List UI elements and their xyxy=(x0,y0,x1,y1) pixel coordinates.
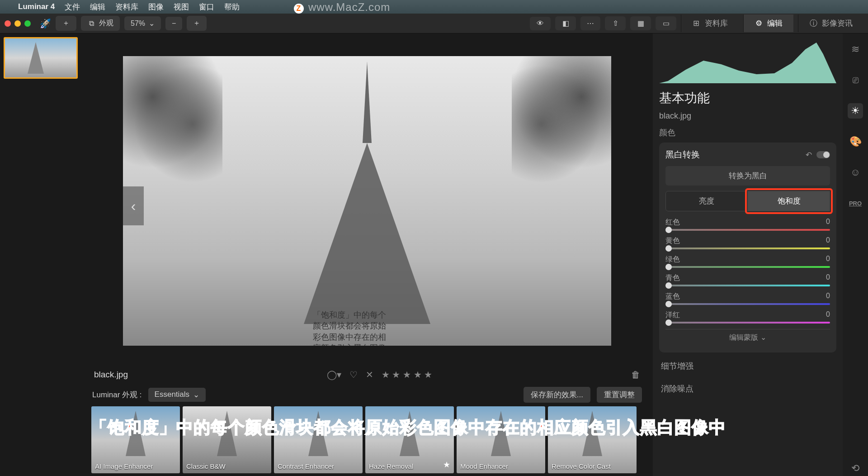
ellipsis-button[interactable]: ⋯ xyxy=(580,16,600,30)
edit-mask-button[interactable]: 编辑蒙版 ⌄ xyxy=(665,329,830,346)
tab-library[interactable]: ⊞资料库 xyxy=(681,14,739,32)
slider-value: 0 xyxy=(826,310,830,320)
share-button[interactable]: ⇧ xyxy=(605,16,626,30)
creative-icon[interactable]: 🎨 xyxy=(848,134,863,149)
minimize-icon[interactable] xyxy=(14,20,21,27)
share-icon: ⇧ xyxy=(611,19,619,28)
app-name[interactable]: Luminar 4 xyxy=(18,2,55,11)
menu-library[interactable]: 资料库 xyxy=(115,2,138,12)
zoom-in-button[interactable]: ＋ xyxy=(187,16,207,31)
image-decoration xyxy=(512,56,611,192)
layers-icon[interactable]: ≋ xyxy=(848,42,863,57)
preset-strip: AI Image Enhancer Classic B&W Contrast E… xyxy=(86,404,648,476)
slider-knob[interactable] xyxy=(665,245,672,252)
zoom-dropdown[interactable]: 57% ⌄ xyxy=(124,16,161,30)
bw-conversion-tool: 黑白转换 ↶ 转换为黑白 亮度 饱和度 红色0黄色0绿色0青色0蓝色0洋红0 编… xyxy=(659,143,836,352)
rocket-icon[interactable]: 🚀 xyxy=(40,18,51,29)
undo-icon[interactable]: ↶ xyxy=(806,150,812,160)
filename-label: black.jpg xyxy=(94,370,128,380)
slider-value: 0 xyxy=(826,273,830,283)
image-caption: 「饱和度」中的每个 颜色滑块都会将原始 彩色图像中存在的相 应颜色引入黑白图像 … xyxy=(313,309,386,346)
panel-title: 基本功能 xyxy=(659,90,836,107)
star-icon: ★ xyxy=(443,460,450,470)
tool-rail: ≋ ⎚ ☀ 🎨 ☺ PRO ⟲ xyxy=(843,33,868,476)
add-button[interactable]: ＋ xyxy=(56,16,76,31)
color-slider-青色[interactable]: 青色0 xyxy=(665,273,830,286)
grid-view-button[interactable]: ▦ xyxy=(630,16,651,30)
seg-brightness[interactable]: 亮度 xyxy=(665,191,748,211)
image-subject xyxy=(304,62,430,324)
chevron-down-icon: ⌄ xyxy=(149,19,155,28)
tool-toggle[interactable] xyxy=(816,151,830,158)
color-slider-红色[interactable]: 红色0 xyxy=(665,218,830,231)
slider-track[interactable] xyxy=(665,229,830,231)
tab-edit[interactable]: ⚙编辑 xyxy=(743,14,793,32)
menu-file[interactable]: 文件 xyxy=(65,2,80,12)
preview-button[interactable]: 👁 xyxy=(530,17,551,30)
appearance-button[interactable]: ⧉外观 xyxy=(81,16,120,31)
panel-section: 颜色 xyxy=(659,127,836,138)
color-slider-绿色[interactable]: 绿色0 xyxy=(665,255,830,268)
history-icon[interactable]: ⟲ xyxy=(848,461,863,476)
slider-knob[interactable] xyxy=(665,282,672,289)
zoom-out-button[interactable]: − xyxy=(165,17,182,30)
info-icon: ⓘ xyxy=(809,18,817,29)
pro-icon[interactable]: PRO xyxy=(848,195,863,211)
slider-value: 0 xyxy=(826,236,830,246)
reset-adjustments-button[interactable]: 重置调整 xyxy=(597,387,642,403)
venn-icon: ⧉ xyxy=(87,19,95,28)
save-look-button[interactable]: 保存新的效果... xyxy=(524,387,590,403)
denoise-row[interactable]: 消除噪点 xyxy=(659,380,836,398)
panel-filename: black.jpg xyxy=(659,111,836,121)
menu-image[interactable]: 图像 xyxy=(148,2,164,12)
canvas-icon[interactable]: ⎚ xyxy=(848,72,863,88)
mac-menubar: Luminar 4 文件 编辑 资料库 图像 视图 窗口 帮助 xyxy=(0,0,868,14)
trash-icon[interactable]: 🗑 xyxy=(631,370,640,380)
color-tag-icon[interactable]: ◯▾ xyxy=(327,369,341,380)
slider-knob[interactable] xyxy=(665,264,672,270)
watermark: Zwww.MacZ.com xyxy=(294,1,390,14)
seg-saturation[interactable]: 饱和度 xyxy=(748,191,830,211)
grid-icon: ▦ xyxy=(637,19,645,28)
prev-image-button[interactable]: ‹ xyxy=(123,186,144,225)
essentials-icon[interactable]: ☀ xyxy=(848,103,863,119)
single-view-button[interactable]: ▭ xyxy=(656,16,676,30)
main-image[interactable]: ‹ 「饱和度」中的每个 颜色滑块都会将原始 彩色图像中存在的相 应颜色引入黑白图… xyxy=(123,56,611,346)
menu-window[interactable]: 窗口 xyxy=(199,2,214,12)
sliders-icon: ⚙ xyxy=(755,19,763,28)
slider-track[interactable] xyxy=(665,303,830,305)
slider-label: 黄色 xyxy=(665,236,680,246)
rating-stars[interactable]: ★ ★ ★ ★ ★ xyxy=(382,369,432,380)
slider-track[interactable] xyxy=(665,285,830,286)
close-icon[interactable] xyxy=(5,20,11,27)
looks-category-dropdown[interactable]: Essentials⌄ xyxy=(148,388,206,402)
maximize-icon[interactable] xyxy=(24,20,31,27)
compare-button[interactable]: ◧ xyxy=(555,16,576,30)
favorite-icon[interactable]: ♡ xyxy=(349,369,358,380)
color-slider-黄色[interactable]: 黄色0 xyxy=(665,236,830,249)
slider-knob[interactable] xyxy=(665,301,672,307)
histogram[interactable] xyxy=(659,38,836,83)
detail-enhance-row[interactable]: 细节增强 xyxy=(659,357,836,375)
edit-panel: 基本功能 black.jpg 颜色 黑白转换 ↶ 转换为黑白 亮度 饱和度 红色… xyxy=(653,33,843,476)
convert-bw-button[interactable]: 转换为黑白 xyxy=(665,166,830,186)
image-decoration xyxy=(123,56,222,192)
menu-edit[interactable]: 编辑 xyxy=(90,2,105,12)
slider-knob[interactable] xyxy=(665,227,672,233)
menu-help[interactable]: 帮助 xyxy=(224,2,240,12)
color-slider-蓝色[interactable]: 蓝色0 xyxy=(665,292,830,305)
looks-prefix: Luminar 外观 : xyxy=(92,390,142,400)
thumbnail-selected[interactable] xyxy=(4,37,78,79)
slider-track[interactable] xyxy=(665,266,830,268)
reject-icon[interactable]: ✕ xyxy=(366,369,373,380)
color-slider-洋红[interactable]: 洋红0 xyxy=(665,310,830,324)
slider-track[interactable] xyxy=(665,322,830,324)
slider-knob[interactable] xyxy=(665,319,672,326)
menu-view[interactable]: 视图 xyxy=(174,2,189,12)
slider-label: 蓝色 xyxy=(665,292,680,301)
portrait-icon[interactable]: ☺ xyxy=(848,165,863,180)
slider-label: 绿色 xyxy=(665,255,680,264)
slider-value: 0 xyxy=(826,255,830,264)
slider-track[interactable] xyxy=(665,248,830,249)
tab-info[interactable]: ⓘ影像资讯 xyxy=(798,14,863,32)
